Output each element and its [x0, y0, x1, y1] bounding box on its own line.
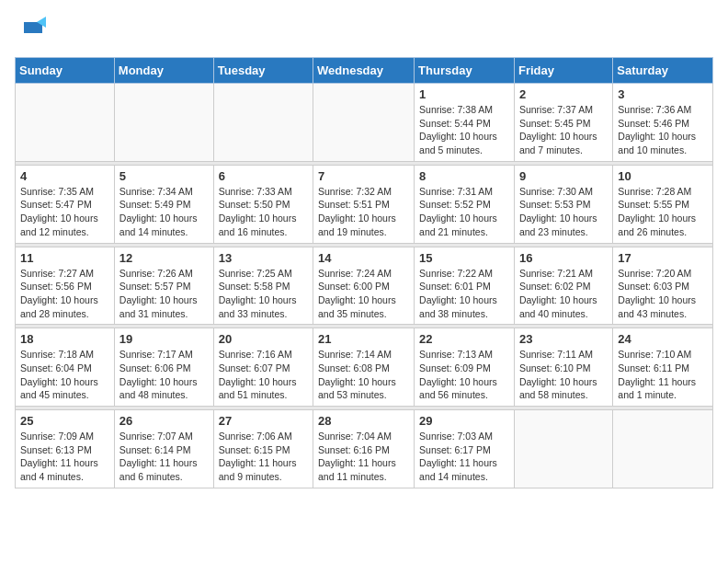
calendar-cell	[16, 84, 115, 162]
day-number: 11	[20, 251, 109, 265]
day-number: 28	[318, 414, 409, 428]
day-info: Sunrise: 7:24 AM Sunset: 6:00 PM Dayligh…	[318, 267, 409, 321]
day-info: Sunrise: 7:34 AM Sunset: 5:49 PM Dayligh…	[119, 185, 209, 239]
calendar-header-tuesday: Tuesday	[213, 58, 313, 84]
calendar-week-row: 1Sunrise: 7:38 AM Sunset: 5:44 PM Daylig…	[16, 84, 713, 162]
day-info: Sunrise: 7:21 AM Sunset: 6:02 PM Dayligh…	[519, 267, 608, 321]
calendar-cell: 4Sunrise: 7:35 AM Sunset: 5:47 PM Daylig…	[16, 165, 115, 243]
calendar-cell: 2Sunrise: 7:37 AM Sunset: 5:45 PM Daylig…	[514, 84, 612, 162]
calendar-cell: 8Sunrise: 7:31 AM Sunset: 5:52 PM Daylig…	[415, 165, 515, 243]
calendar-cell: 29Sunrise: 7:03 AM Sunset: 6:17 PM Dayli…	[415, 410, 515, 488]
day-info: Sunrise: 7:03 AM Sunset: 6:17 PM Dayligh…	[419, 430, 509, 484]
calendar-header-wednesday: Wednesday	[313, 58, 415, 84]
calendar-cell: 11Sunrise: 7:27 AM Sunset: 5:56 PM Dayli…	[16, 247, 115, 325]
calendar-cell: 12Sunrise: 7:26 AM Sunset: 5:57 PM Dayli…	[114, 247, 213, 325]
day-number: 1	[419, 87, 509, 101]
day-number: 9	[519, 169, 608, 183]
calendar-cell	[213, 84, 313, 162]
logo	[15, 15, 46, 50]
calendar-cell: 24Sunrise: 7:10 AM Sunset: 6:11 PM Dayli…	[613, 328, 713, 407]
calendar-cell: 20Sunrise: 7:16 AM Sunset: 6:07 PM Dayli…	[213, 328, 313, 407]
day-info: Sunrise: 7:13 AM Sunset: 6:09 PM Dayligh…	[419, 348, 509, 402]
day-number: 25	[20, 414, 109, 428]
calendar-cell: 16Sunrise: 7:21 AM Sunset: 6:02 PM Dayli…	[514, 247, 612, 325]
day-number: 7	[318, 169, 409, 183]
calendar-cell: 25Sunrise: 7:09 AM Sunset: 6:13 PM Dayli…	[16, 410, 115, 488]
day-number: 13	[219, 251, 308, 265]
day-info: Sunrise: 7:25 AM Sunset: 5:58 PM Dayligh…	[219, 267, 308, 321]
calendar-cell: 14Sunrise: 7:24 AM Sunset: 6:00 PM Dayli…	[313, 247, 415, 325]
day-number: 15	[419, 251, 509, 265]
day-number: 6	[219, 169, 308, 183]
day-number: 5	[119, 169, 209, 183]
day-number: 24	[618, 332, 708, 346]
calendar-week-row: 4Sunrise: 7:35 AM Sunset: 5:47 PM Daylig…	[16, 165, 713, 243]
day-info: Sunrise: 7:36 AM Sunset: 5:46 PM Dayligh…	[618, 103, 708, 157]
calendar-cell: 26Sunrise: 7:07 AM Sunset: 6:14 PM Dayli…	[114, 410, 213, 488]
calendar-cell: 17Sunrise: 7:20 AM Sunset: 6:03 PM Dayli…	[613, 247, 713, 325]
logo-icon	[17, 15, 46, 44]
calendar-cell: 28Sunrise: 7:04 AM Sunset: 6:16 PM Dayli…	[313, 410, 415, 488]
calendar-header-friday: Friday	[514, 58, 612, 84]
calendar-cell	[613, 410, 713, 488]
day-info: Sunrise: 7:38 AM Sunset: 5:44 PM Dayligh…	[419, 103, 509, 157]
calendar-cell: 6Sunrise: 7:33 AM Sunset: 5:50 PM Daylig…	[213, 165, 313, 243]
calendar-table: SundayMondayTuesdayWednesdayThursdayFrid…	[15, 57, 713, 488]
calendar-header-thursday: Thursday	[415, 58, 515, 84]
calendar-header-monday: Monday	[114, 58, 213, 84]
day-info: Sunrise: 7:27 AM Sunset: 5:56 PM Dayligh…	[20, 267, 109, 321]
day-info: Sunrise: 7:06 AM Sunset: 6:15 PM Dayligh…	[219, 430, 308, 484]
calendar-cell	[313, 84, 415, 162]
calendar-week-row: 18Sunrise: 7:18 AM Sunset: 6:04 PM Dayli…	[16, 328, 713, 407]
calendar-cell	[114, 84, 213, 162]
calendar-cell: 18Sunrise: 7:18 AM Sunset: 6:04 PM Dayli…	[16, 328, 115, 407]
calendar-cell: 5Sunrise: 7:34 AM Sunset: 5:49 PM Daylig…	[114, 165, 213, 243]
day-info: Sunrise: 7:04 AM Sunset: 6:16 PM Dayligh…	[318, 430, 409, 484]
day-info: Sunrise: 7:17 AM Sunset: 6:06 PM Dayligh…	[119, 348, 209, 402]
day-info: Sunrise: 7:30 AM Sunset: 5:53 PM Dayligh…	[519, 185, 608, 239]
day-number: 21	[318, 332, 409, 346]
day-number: 22	[419, 332, 509, 346]
day-info: Sunrise: 7:18 AM Sunset: 6:04 PM Dayligh…	[20, 348, 109, 402]
day-info: Sunrise: 7:28 AM Sunset: 5:55 PM Dayligh…	[618, 185, 708, 239]
day-info: Sunrise: 7:32 AM Sunset: 5:51 PM Dayligh…	[318, 185, 409, 239]
day-number: 19	[119, 332, 209, 346]
day-number: 17	[618, 251, 708, 265]
day-info: Sunrise: 7:09 AM Sunset: 6:13 PM Dayligh…	[20, 430, 109, 484]
day-info: Sunrise: 7:26 AM Sunset: 5:57 PM Dayligh…	[119, 267, 209, 321]
day-info: Sunrise: 7:10 AM Sunset: 6:11 PM Dayligh…	[618, 348, 708, 402]
day-info: Sunrise: 7:35 AM Sunset: 5:47 PM Dayligh…	[20, 185, 109, 239]
calendar-cell: 21Sunrise: 7:14 AM Sunset: 6:08 PM Dayli…	[313, 328, 415, 407]
day-number: 18	[20, 332, 109, 346]
calendar-header-sunday: Sunday	[16, 58, 115, 84]
day-number: 20	[219, 332, 308, 346]
calendar-cell: 10Sunrise: 7:28 AM Sunset: 5:55 PM Dayli…	[613, 165, 713, 243]
day-number: 29	[419, 414, 509, 428]
day-info: Sunrise: 7:37 AM Sunset: 5:45 PM Dayligh…	[519, 103, 608, 157]
calendar-cell: 3Sunrise: 7:36 AM Sunset: 5:46 PM Daylig…	[613, 84, 713, 162]
day-info: Sunrise: 7:14 AM Sunset: 6:08 PM Dayligh…	[318, 348, 409, 402]
day-number: 3	[618, 87, 708, 101]
calendar-cell: 19Sunrise: 7:17 AM Sunset: 6:06 PM Dayli…	[114, 328, 213, 407]
logo-text	[15, 15, 46, 50]
day-number: 10	[618, 169, 708, 183]
calendar-header-saturday: Saturday	[613, 58, 713, 84]
calendar-cell: 9Sunrise: 7:30 AM Sunset: 5:53 PM Daylig…	[514, 165, 612, 243]
day-number: 4	[20, 169, 109, 183]
day-number: 12	[119, 251, 209, 265]
day-info: Sunrise: 7:33 AM Sunset: 5:50 PM Dayligh…	[219, 185, 308, 239]
calendar-week-row: 11Sunrise: 7:27 AM Sunset: 5:56 PM Dayli…	[16, 247, 713, 325]
day-number: 23	[519, 332, 608, 346]
day-info: Sunrise: 7:11 AM Sunset: 6:10 PM Dayligh…	[519, 348, 608, 402]
day-info: Sunrise: 7:31 AM Sunset: 5:52 PM Dayligh…	[419, 185, 509, 239]
calendar-cell	[514, 410, 612, 488]
day-info: Sunrise: 7:07 AM Sunset: 6:14 PM Dayligh…	[119, 430, 209, 484]
calendar-header-row: SundayMondayTuesdayWednesdayThursdayFrid…	[16, 58, 713, 84]
day-number: 2	[519, 87, 608, 101]
day-number: 26	[119, 414, 209, 428]
page-header	[15, 15, 713, 50]
calendar-cell: 15Sunrise: 7:22 AM Sunset: 6:01 PM Dayli…	[415, 247, 515, 325]
calendar-week-row: 25Sunrise: 7:09 AM Sunset: 6:13 PM Dayli…	[16, 410, 713, 488]
day-number: 14	[318, 251, 409, 265]
day-info: Sunrise: 7:16 AM Sunset: 6:07 PM Dayligh…	[219, 348, 308, 402]
